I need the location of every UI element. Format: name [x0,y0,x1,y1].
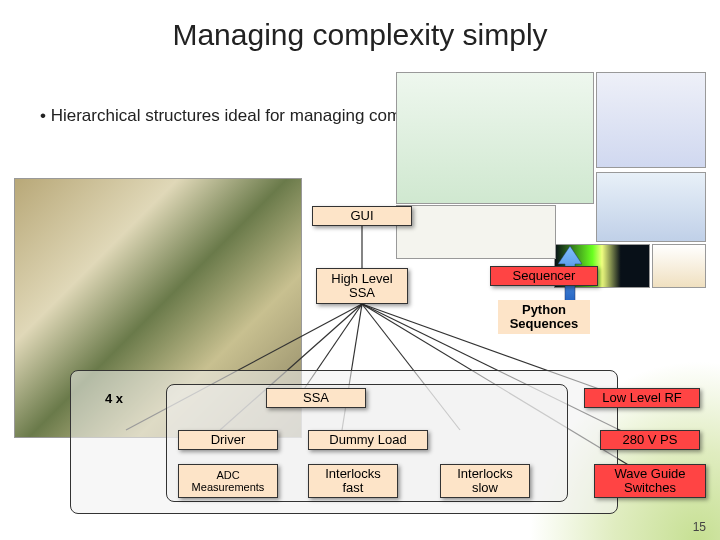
slide: Managing complexity simply Hierarchical … [0,0,720,540]
interlocks-slow-box: Interlocks slow [440,464,530,498]
ssa-box: SSA [266,388,366,408]
plot-screenshot-2 [596,172,706,242]
sequencer-box: Sequencer [490,266,598,286]
slide-title: Managing complexity simply [0,18,720,52]
wgs-box: Wave Guide Switches [594,464,706,498]
plot-screenshot-1 [596,72,706,168]
fourx-label: 4 x [84,388,144,410]
scada-screenshot [396,72,594,204]
control-panel-screenshot [396,205,556,259]
page-number: 15 [693,520,706,534]
llrf-box: Low Level RF [584,388,700,408]
adc-box: ADC Measurements [178,464,278,498]
driver-box: Driver [178,430,278,450]
python-box: Python Sequences [498,300,590,334]
dummy-box: Dummy Load [308,430,428,450]
small-plot [652,244,706,288]
gui-box: GUI [312,206,412,226]
interlocks-fast-box: Interlocks fast [308,464,398,498]
ps-box: 280 V PS [600,430,700,450]
hlssa-box: High Level SSA [316,268,408,304]
